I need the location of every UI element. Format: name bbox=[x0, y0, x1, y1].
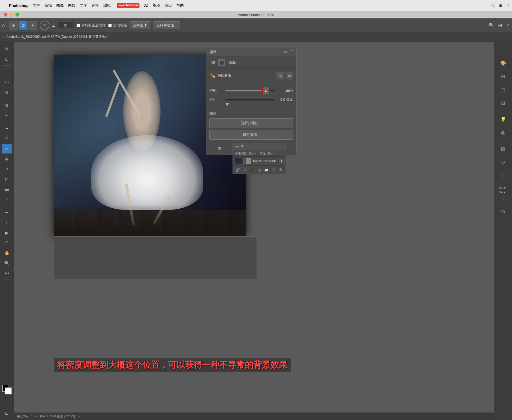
clone-stamp-tool[interactable]: ⊗ bbox=[2, 154, 12, 164]
menu-edit[interactable]: 编辑 bbox=[45, 3, 52, 8]
panel-expand-icon[interactable]: >> bbox=[283, 50, 287, 54]
layout-panel-icon[interactable]: ⊞ bbox=[497, 97, 509, 109]
eraser-tool[interactable]: ◻ bbox=[2, 174, 12, 184]
pen-tool[interactable]: ✒ bbox=[2, 208, 12, 217]
tab-pixel-icon[interactable]: 🖼 bbox=[209, 59, 217, 66]
canvas-area[interactable]: 将密度调整到大概这个位置，可以获得一种不寻常的背景效果 属性 >> ☰ 🖼 ⬛ … bbox=[14, 42, 494, 420]
color-panel-icon[interactable]: 🎨 bbox=[497, 57, 509, 69]
menu-text[interactable]: 文字 bbox=[80, 3, 87, 8]
layers-expand-icon[interactable]: >> bbox=[235, 145, 239, 149]
select-and-mask-button[interactable]: 选择并遮住... bbox=[153, 21, 180, 29]
density-slider-track[interactable]: ▲ bbox=[225, 90, 274, 91]
history-brush-tool[interactable]: ↺ bbox=[2, 164, 12, 174]
move-tool[interactable]: ✥ bbox=[2, 44, 12, 54]
grid-panel-icon[interactable]: ⊞ bbox=[497, 71, 509, 82]
maximize-button[interactable] bbox=[15, 13, 19, 17]
target-icon[interactable]: ◎ bbox=[497, 127, 509, 139]
home-icon[interactable]: ⌂ bbox=[2, 23, 5, 28]
layers-opacity-arrow[interactable]: ▼ bbox=[254, 152, 257, 155]
feather-slider-track[interactable] bbox=[225, 99, 274, 100]
select-subject-button[interactable]: 选择主体 bbox=[130, 21, 150, 29]
layer-thumbnail bbox=[235, 158, 243, 164]
rect-panel-icon[interactable]: □ bbox=[497, 84, 509, 96]
layers-fill-value[interactable]: 0% bbox=[267, 152, 272, 155]
sample-all-layers-checkbox[interactable] bbox=[77, 24, 80, 27]
share-icon[interactable]: ↗ bbox=[506, 3, 509, 7]
adjustment-layer-icon[interactable]: ⧉ bbox=[497, 205, 509, 217]
eyedropper-tool[interactable]: ✦ bbox=[2, 124, 12, 133]
adjustment-icon[interactable]: ◎ bbox=[257, 167, 262, 173]
hand-tool[interactable]: ✋ bbox=[2, 248, 12, 258]
panel-toggle-icon[interactable]: ⊡ bbox=[497, 44, 509, 56]
text-tool[interactable]: T bbox=[2, 218, 12, 227]
crop-tool[interactable]: ⧉ bbox=[2, 100, 12, 110]
opacity-arrow[interactable]: ▼ bbox=[503, 186, 506, 190]
mask-link-button[interactable]: ⊞ bbox=[286, 72, 293, 79]
add-layer-icon[interactable]: ➕ bbox=[271, 167, 276, 173]
menu-help[interactable]: 帮助 bbox=[176, 3, 184, 8]
delete-layer-icon[interactable]: 🗑 bbox=[278, 167, 283, 173]
more-tools[interactable]: ••• bbox=[2, 268, 12, 278]
status-arrow[interactable]: > bbox=[78, 415, 80, 418]
color-range-button[interactable]: 颜色范围... bbox=[209, 130, 293, 140]
add-group-icon[interactable]: 📁 bbox=[263, 167, 269, 173]
workspace-icon[interactable]: ⊞ bbox=[498, 22, 502, 28]
tab-close-button[interactable]: ✕ bbox=[2, 35, 5, 39]
add-mask-icon[interactable]: ⬛ bbox=[249, 167, 255, 173]
marquee-tool[interactable]: ⬚ bbox=[2, 67, 12, 77]
zoom-tool[interactable]: 🔍 bbox=[2, 258, 12, 268]
background-color[interactable] bbox=[5, 387, 12, 394]
quick-select-tool[interactable]: ⊛ bbox=[2, 87, 12, 97]
auto-enhance-checkbox[interactable] bbox=[108, 24, 112, 27]
close-button[interactable] bbox=[4, 13, 7, 17]
shape-tool[interactable]: □ bbox=[2, 238, 12, 248]
menu-window[interactable]: 窗口 bbox=[165, 3, 172, 8]
window-icon[interactable]: ⊞ bbox=[499, 3, 502, 7]
menu-select[interactable]: 选择 bbox=[91, 3, 99, 8]
layer-row-1[interactable]: Dancer-22892431 1 bbox=[233, 157, 286, 165]
apply-mask-icon[interactable]: ⊡ bbox=[216, 145, 223, 152]
quick-mask-mode[interactable]: ⬚ bbox=[2, 398, 12, 408]
path-select-tool[interactable]: ▶ bbox=[2, 228, 12, 237]
paths-icon[interactable]: ◌ bbox=[497, 170, 509, 181]
fill-arrow[interactable]: ▼ bbox=[503, 190, 506, 195]
menu-image[interactable]: 图像 bbox=[56, 3, 64, 8]
bulb-icon[interactable]: 💡 bbox=[497, 114, 509, 125]
menu-file[interactable]: 文件 bbox=[33, 3, 40, 8]
quick-selection-tool[interactable]: ⊙ bbox=[9, 21, 18, 30]
artboard-tool[interactable]: ⊡ bbox=[2, 54, 12, 64]
panel-menu-icon[interactable]: ☰ bbox=[290, 50, 293, 54]
tab-mask-icon[interactable]: ⬛ bbox=[218, 59, 225, 66]
object-selection-tool[interactable]: ⊡ bbox=[19, 21, 27, 30]
angle-input[interactable] bbox=[58, 22, 74, 29]
search-icon[interactable]: 🔍 bbox=[491, 3, 495, 7]
magic-wand-tool[interactable]: ✦ bbox=[29, 21, 37, 30]
channels-icon[interactable]: ⊙ bbox=[497, 156, 509, 168]
slice-tool[interactable]: ✂ bbox=[2, 111, 12, 120]
lasso-tool[interactable]: ◌ bbox=[2, 77, 12, 87]
share-toolbar-icon[interactable]: ↗ bbox=[506, 22, 510, 28]
brush-tool[interactable]: ✏ bbox=[2, 144, 12, 154]
spot-heal-tool[interactable]: ⊕ bbox=[2, 134, 12, 143]
layers-opacity-value[interactable]: 0% bbox=[249, 152, 253, 155]
gradient-tool[interactable]: ▬ bbox=[2, 184, 12, 194]
mask-target-button[interactable]: ◎ bbox=[277, 72, 284, 79]
menu-filter[interactable]: 滤镜 bbox=[103, 3, 111, 8]
select-and-mask-panel-button[interactable]: 选择并遮住... bbox=[209, 118, 293, 128]
menu-3d[interactable]: 3D bbox=[144, 3, 149, 8]
menu-view[interactable]: 视图 bbox=[153, 3, 160, 8]
mask-actions: ◎ ⊞ bbox=[277, 72, 293, 79]
menu-layer[interactable]: 图层 bbox=[68, 3, 75, 8]
minimize-button[interactable] bbox=[10, 13, 13, 17]
layers-fill-arrow[interactable]: ▼ bbox=[273, 152, 275, 155]
layers-menu-icon[interactable]: ☰ bbox=[241, 145, 244, 149]
density-slider-thumb[interactable]: ▲ bbox=[262, 87, 270, 94]
screen-mode[interactable]: ⊡ bbox=[2, 408, 12, 418]
dodge-tool[interactable]: ○ bbox=[2, 195, 12, 204]
color-swatches[interactable] bbox=[2, 385, 12, 394]
fx-icon[interactable]: fx bbox=[242, 167, 248, 173]
link-layers-icon[interactable]: 🔗 bbox=[235, 167, 241, 173]
apple-icon[interactable]:  bbox=[3, 3, 4, 8]
layers-icon[interactable]: ▤ bbox=[497, 143, 509, 155]
search-toolbar-icon[interactable]: 🔍 bbox=[489, 22, 494, 28]
